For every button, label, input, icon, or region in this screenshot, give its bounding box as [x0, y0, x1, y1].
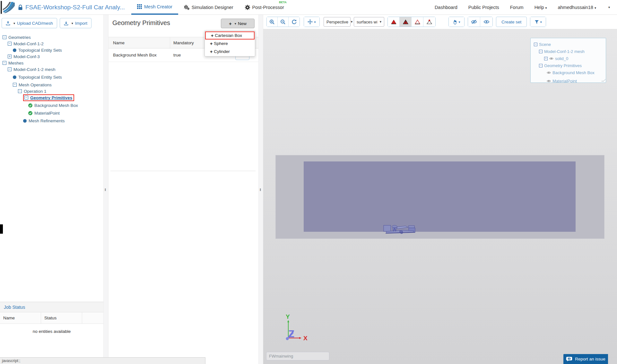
scene-item-model-conf-1-2-mesh[interactable]: −Model-Conf-1-2 mesh	[533, 48, 606, 55]
filter-button[interactable]: ▾	[530, 17, 546, 27]
tree-item-topological-entity-sets[interactable]: Topological Entity Sets	[0, 47, 103, 53]
import-button[interactable]: ▾ Import	[60, 18, 91, 28]
simscale-logo-icon[interactable]	[3, 1, 15, 13]
background-mesh-box-face[interactable]	[304, 161, 576, 232]
tab-label: Simulation Designer	[192, 5, 233, 10]
tree-item-model-conf-3[interactable]: +Model-Conf-3	[0, 53, 103, 60]
nav-public-projects[interactable]: Public Projects	[468, 5, 499, 10]
tree-item-operation-1[interactable]: −Operation 1	[0, 88, 103, 94]
navbar-overflow-caret[interactable]: ▾	[608, 5, 610, 9]
collapse-icon[interactable]: −	[18, 89, 22, 93]
scene-item-materialpoint[interactable]: MaterialPoint	[533, 77, 606, 84]
tree-item-mesh-operations[interactable]: −Mesh Operations	[0, 82, 103, 88]
collapse-icon[interactable]: −	[8, 67, 12, 71]
collapse-icon[interactable]: −	[539, 50, 543, 53]
tree-item-geometries[interactable]: −Geometries	[0, 34, 103, 40]
tab-label: Mesh Creator	[144, 4, 172, 9]
tab-mesh-creator[interactable]: Mesh Creator	[131, 0, 178, 15]
collapse-icon[interactable]: −	[3, 35, 6, 39]
pick-tool-button[interactable]: ▾	[449, 17, 464, 27]
collapse-icon[interactable]: −	[24, 96, 28, 100]
tree-item-model-conf-1-2-mesh[interactable]: −Model-Conf-1-2 mesh	[0, 66, 103, 73]
chevron-down-icon: ▾	[314, 20, 316, 24]
geometry-primitives-panel: Geometry Primitives + ▾ New Name Mandato…	[109, 15, 258, 364]
job-status-panel: Job Status Name Status no entities avail…	[0, 302, 103, 364]
plus-icon: +	[210, 41, 213, 46]
chevron-down-icon: ▾	[545, 6, 547, 10]
menu-item-sphere[interactable]: +Sphere	[205, 39, 255, 48]
nav-help-menu[interactable]: Help▾	[534, 5, 547, 10]
nav-forum[interactable]: Forum	[510, 5, 524, 10]
tree-item-model-conf-1-2[interactable]: −Model-Conf-1-2	[0, 40, 103, 47]
plus-icon: +	[211, 33, 213, 38]
node-dot-icon	[13, 75, 16, 79]
select-arrow-icon: ▼	[350, 20, 353, 23]
upload-cad-mesh-button[interactable]: ▾ Upload CAD/mesh	[2, 18, 57, 28]
render-canvas[interactable]: −Scene −Model-Conf-1-2 mesh + solid_0 −G…	[263, 29, 617, 364]
wireframe-toggle[interactable]	[412, 17, 423, 27]
expand-icon[interactable]: +	[8, 55, 12, 58]
tab-label: Post-Processor	[252, 5, 284, 10]
render-mode-select[interactable]: surfaces with v▼	[354, 17, 384, 27]
zoom-in-button[interactable]	[267, 17, 278, 27]
sidebar-actions: ▾ Upload CAD/mesh ▾ Import	[0, 15, 103, 28]
car-model[interactable]	[383, 223, 419, 235]
pan-group: ▾	[304, 17, 320, 27]
resizer-grip-icon[interactable]: ‖	[105, 188, 106, 192]
collapse-icon[interactable]: −	[13, 83, 17, 87]
tree-item-topological-entity-sets-mesh[interactable]: Topological Entity Sets	[0, 74, 103, 80]
annotation-input[interactable]: FWmainwing	[266, 352, 329, 360]
tree-item-mesh-refinements[interactable]: Mesh Refinements	[0, 117, 103, 124]
tab-post-processor[interactable]: BETA Post-Processor	[239, 0, 290, 15]
node-dot-icon	[13, 48, 16, 52]
points-toggle[interactable]	[423, 17, 435, 27]
menu-item-cartesian-box[interactable]: +Cartesian Box	[205, 31, 255, 39]
tree-item-geometry-primitives[interactable]: − Geometry Primitives	[0, 94, 103, 101]
create-set-button[interactable]: Create set	[496, 17, 527, 27]
surfaces-solid-toggle[interactable]	[388, 17, 400, 27]
camera-bubble-icon	[566, 357, 572, 361]
scene-item-scene[interactable]: −Scene	[533, 41, 606, 48]
select-tool-group: ▾	[448, 17, 465, 27]
scene-item-solid-0[interactable]: + solid_0	[533, 55, 606, 62]
menu-item-cylinder[interactable]: +Cylinder	[205, 48, 255, 56]
projection-select[interactable]: Perspective▼	[324, 17, 351, 27]
show-all-button[interactable]	[480, 17, 492, 27]
scene-item-background-mesh-box[interactable]: Background Mesh Box	[533, 69, 606, 76]
eye-icon[interactable]	[547, 80, 551, 82]
collapse-icon[interactable]: −	[539, 64, 543, 67]
zoom-out-button[interactable]	[278, 17, 289, 27]
project-title[interactable]: FSAE-Workshop-S2-Full Car Analy...	[25, 4, 112, 11]
chevron-down-icon: ▾	[235, 22, 236, 25]
visibility-group	[468, 17, 493, 27]
new-button[interactable]: + ▾ New	[221, 19, 255, 28]
eye-icon[interactable]	[547, 71, 551, 74]
eye-icon[interactable]	[549, 57, 553, 60]
tree-item-background-mesh-box[interactable]: Background Mesh Box	[0, 102, 103, 108]
scene-item-geometry-primitives[interactable]: −Geometry Primitives	[533, 62, 606, 69]
job-status-title: Job Status	[0, 302, 103, 312]
expand-icon[interactable]: +	[544, 57, 548, 60]
panel-resizer-right[interactable]: ‖	[258, 15, 263, 364]
report-issue-button[interactable]: Report an issue	[563, 354, 608, 364]
tab-simulation-designer[interactable]: Simulation Designer	[178, 0, 239, 15]
collapse-icon[interactable]: −	[534, 43, 537, 46]
pan-move-button[interactable]: ▾	[304, 17, 319, 27]
grid-icon	[137, 4, 142, 9]
axis-z-label: Z	[288, 328, 294, 340]
hide-selected-button[interactable]	[468, 17, 480, 27]
render-style-group	[387, 17, 436, 27]
nav-dashboard[interactable]: Dashboard	[435, 5, 457, 10]
nav-user-menu[interactable]: ahmedhussain18▾	[558, 5, 596, 10]
panel-resizer-left[interactable]: ‖	[103, 15, 109, 364]
surfaces-with-wireframe-toggle[interactable]	[400, 17, 412, 27]
tree-item-meshes[interactable]: −Meshes	[0, 60, 103, 66]
collapse-icon[interactable]: −	[3, 61, 6, 65]
left-sidebar: ▾ Upload CAD/mesh ▾ Import −Geometries −…	[0, 15, 103, 364]
resizer-grip-icon[interactable]: ‖	[260, 188, 261, 192]
collapse-icon[interactable]: −	[8, 42, 12, 46]
refresh-view-button[interactable]	[289, 17, 300, 27]
new-primitive-dropdown-menu: +Cartesian Box +Sphere +Cylinder	[204, 30, 255, 56]
axis-y-label: Y	[286, 313, 290, 320]
tree-item-materialpoint[interactable]: MaterialPoint	[0, 110, 103, 116]
